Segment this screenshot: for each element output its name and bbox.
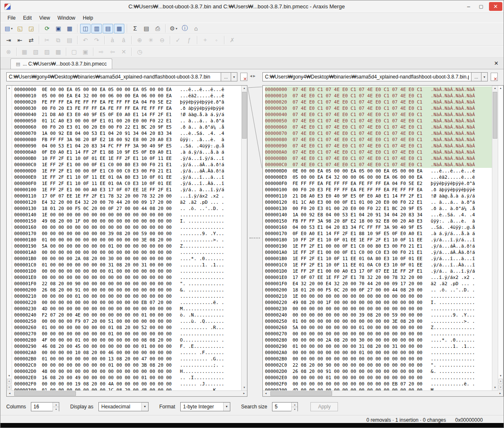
hex-row[interactable]: 00000000 0E 00 00 EA 05 00 00 EA 05 00 0… xyxy=(14,86,241,93)
hex-row[interactable]: 00000270 00 00 00 00 00 00 00 00 00 00 0… xyxy=(265,331,492,337)
accept-right-button[interactable]: ā xyxy=(118,35,129,45)
hex-row[interactable]: 00000100 00 F0 20 E3 FE FF FF EA FE FF F… xyxy=(265,187,492,193)
home-button[interactable]: ⌂ xyxy=(191,24,201,33)
hex-row[interactable]: 000002D0 48 00 00 00 00 00 00 00 00 00 0… xyxy=(14,368,241,375)
hex-row[interactable]: 000002C0 22 08 20 00 90 00 00 00 00 00 0… xyxy=(265,362,492,368)
prev-change-button[interactable]: ∧ xyxy=(7,379,11,384)
save-result-button[interactable]: ⇥ xyxy=(3,35,14,45)
hex-row[interactable]: 000001C0 1E FF 2F E1 10 0F 11 EE 01 0A C… xyxy=(265,262,492,268)
hex-row[interactable]: 00000100 1E FF 2F E1 00 00 A0 E3 17 0F 0… xyxy=(14,187,241,193)
undo-button[interactable]: ↶ xyxy=(80,35,91,45)
new-document-button[interactable]: ▢ xyxy=(69,47,79,57)
hex-row[interactable]: 00000170 0F E0 A0 E1 14 FF 2F E1 88 10 9… xyxy=(265,230,492,237)
minimize-button[interactable]: – xyxy=(462,2,475,11)
tab-close-icon[interactable]: ✕ xyxy=(494,60,499,66)
statistics-button[interactable]: Σ xyxy=(130,24,140,33)
mark-accepted-button[interactable]: ✓ xyxy=(173,35,183,45)
versions-history-button[interactable]: ◷ xyxy=(134,47,145,57)
hex-row[interactable]: 00000010 05 00 00 EA E4 32 00 00 06 00 0… xyxy=(14,93,241,99)
hex-row[interactable]: 00000220 00 00 00 00 00 00 00 00 00 00 0… xyxy=(14,299,241,306)
delete-block-button[interactable]: ✕ xyxy=(118,47,129,57)
copy-button[interactable]: ⧉ xyxy=(53,35,63,45)
hex-row[interactable]: 00000300 01 00 00 00 00 00 00 00 1C 08 2… xyxy=(14,387,241,390)
save-button[interactable]: ▣ xyxy=(53,24,63,33)
hex-row[interactable]: 00000300 4D 00 00 00 00 00 00 00 00 00 0… xyxy=(265,387,492,390)
next-function-button[interactable]: ƒ xyxy=(184,35,194,45)
hex-row[interactable]: 00000290 01 00 00 00 00 00 00 00 31 08 2… xyxy=(265,343,492,349)
copy-to-right-button[interactable]: ⇨ xyxy=(96,47,106,57)
hex-row[interactable]: 00000150 FB FF FF 3A 98 20 8F E2 18 00 9… xyxy=(265,218,492,224)
hex-row[interactable]: 00000260 01 00 00 00 00 00 00 00 01 08 2… xyxy=(14,324,241,331)
hex-row[interactable]: 00000120 E4 32 20 00 E4 32 20 00 70 44 2… xyxy=(14,199,241,205)
prev-change-button[interactable]: ∧ xyxy=(499,379,503,384)
block-compare-2-button[interactable]: ▧ xyxy=(30,47,41,57)
hex-row[interactable]: 000000D0 1E FF 2F E1 00 00 0F E1 C0 00 C… xyxy=(14,168,241,174)
table-view-button[interactable]: ▦ xyxy=(114,24,124,33)
hex-row[interactable]: 000002F0 00 00 00 00 00 00 00 00 00 00 0… xyxy=(265,381,492,387)
options-button[interactable]: ⚙▾ xyxy=(168,24,179,33)
menu-window[interactable]: Window xyxy=(54,14,79,22)
hex-row[interactable]: 000002A0 00 00 00 00 00 00 00 00 01 00 0… xyxy=(265,349,492,356)
launch-tool-button[interactable]: ✗ xyxy=(227,35,237,45)
scroll-up-icon[interactable]: ▲ xyxy=(492,86,498,91)
block-compare-1-button[interactable]: ▦ xyxy=(19,47,30,57)
two-way-layout-button[interactable]: ◫ xyxy=(80,24,91,33)
block-compare-3-button[interactable]: ▨ xyxy=(42,47,52,57)
block-compare-4-button[interactable]: ▩ xyxy=(53,47,63,57)
hex-row[interactable]: 00000160 04 00 53 E1 04 20 83 34 FC FF F… xyxy=(265,224,492,230)
next-change-icon[interactable]: ▼ xyxy=(498,375,503,377)
hex-row[interactable]: 00000210 00 00 00 00 01 00 00 00 00 00 0… xyxy=(14,293,241,299)
hex-row[interactable]: 00000060 00 F0 20 E3 01 00 20 E0 00 F0 2… xyxy=(14,124,241,130)
hex-row-inserted[interactable]: 000000A0 07 4E E0 C1 07 4E E0 C1 07 4E E… xyxy=(265,149,492,155)
hex-row[interactable]: 000002F0 00 00 00 00 19 08 20 00 4A 00 0… xyxy=(14,381,241,387)
left-remove-file-button[interactable]: ✕ xyxy=(240,73,247,81)
stepper-down-icon[interactable]: ▼ xyxy=(53,407,59,411)
scroll-left-icon[interactable]: ◄ xyxy=(263,391,269,396)
hex-row[interactable]: 000001E0 17 0F 07 EE 1E FF 2F E1 78 32 2… xyxy=(265,274,492,281)
hex-row[interactable]: 000002E0 00 00 00 00 01 00 00 00 00 00 0… xyxy=(265,375,492,381)
hex-row[interactable]: 00000130 00 F0 20 E3 01 00 20 E0 00 F0 2… xyxy=(265,205,492,212)
merge-remove-button[interactable]: ⊖ xyxy=(157,35,167,45)
hex-row[interactable]: 00000110 21 D8 A0 E3 E0 40 9F E5 0F E0 A… xyxy=(265,193,492,199)
right-remove-file-button[interactable]: ✕ xyxy=(491,73,498,81)
next-change-icon[interactable]: ▼ xyxy=(7,375,12,377)
menu-view[interactable]: View xyxy=(35,14,54,22)
prev-change-icon[interactable]: ▲ xyxy=(7,87,12,89)
left-horizontal-scrollbar[interactable]: ◄ ► xyxy=(7,390,247,396)
hex-row[interactable]: 00000080 FB FF FF 3A 98 20 8F E2 18 00 9… xyxy=(14,137,241,143)
accept-left-button[interactable]: à xyxy=(107,35,118,45)
stop-comparison-button[interactable]: ⊗ xyxy=(3,47,14,57)
hex-row-inserted[interactable]: 00000030 07 4E E0 C1 07 4E E0 C1 07 4E E… xyxy=(265,105,492,111)
hex-row[interactable]: 000001D0 00 00 00 00 00 00 00 00 01 00 0… xyxy=(14,268,241,274)
apply-button[interactable]: Apply xyxy=(310,402,338,411)
cut-button[interactable]: ✂ xyxy=(42,35,52,45)
text-view-button[interactable]: ▤ xyxy=(103,24,113,33)
hex-row[interactable]: 00000150 49 08 20 00 1F 00 00 00 00 00 0… xyxy=(14,218,241,224)
right-vscroll-thumb[interactable] xyxy=(493,92,497,139)
hex-row[interactable]: 000002B0 00 00 00 00 00 00 00 00 00 00 0… xyxy=(265,356,492,362)
hex-row[interactable]: 00000200 18 01 20 00 F5 0C 20 00 0F 27 0… xyxy=(265,287,492,293)
hex-row-inserted[interactable]: 00000060 07 4E E0 C1 07 4E E0 C1 07 4E E… xyxy=(265,124,492,130)
hex-row[interactable]: 00000050 01 1C A0 E3 00 00 0F E1 01 00 2… xyxy=(14,118,241,124)
merge-left-button[interactable]: ⊕ xyxy=(134,35,145,45)
scroll-down-icon[interactable]: ▼ xyxy=(242,385,247,390)
new-comparison-button[interactable]: ▤▾ xyxy=(3,24,14,33)
three-way-layout-button[interactable]: ▥ xyxy=(91,24,102,33)
hex-row[interactable]: 00000170 00 00 00 00 00 00 00 00 39 08 2… xyxy=(14,230,241,237)
next-change-button[interactable]: ∨ xyxy=(7,385,11,390)
hex-row[interactable]: 000001A0 1E FF 2F E1 00 00 0F E1 C0 00 C… xyxy=(265,249,492,256)
menu-help[interactable]: Help xyxy=(79,14,97,22)
hex-row-inserted[interactable]: 000000B0 07 4E E0 C1 07 4E E0 C1 07 4E E… xyxy=(265,155,492,162)
hex-row[interactable]: 00000290 46 08 20 00 45 00 00 00 00 00 0… xyxy=(14,343,241,349)
left-vertical-scrollbar[interactable]: ▲ ▼ xyxy=(241,86,247,390)
swap-files-button[interactable]: ⇄ xyxy=(26,35,36,45)
redo-button[interactable]: ↷ xyxy=(91,35,102,45)
right-browse-button[interactable]: ... xyxy=(471,72,481,81)
open-file-button[interactable]: ◱ xyxy=(15,24,25,33)
report-button[interactable]: ▤ xyxy=(141,24,151,33)
stepper-up-icon[interactable]: ▲ xyxy=(291,403,297,407)
stepper-down-icon[interactable]: ▼ xyxy=(291,407,297,411)
hex-row-inserted[interactable]: 000000C0 07 4E E0 C1 07 4E E0 C1 07 4E E… xyxy=(265,162,492,168)
hex-row[interactable]: 000000C0 1E FF 2F E1 00 00 0F E1 C0 00 8… xyxy=(14,162,241,168)
hex-row[interactable]: 00000200 26 08 20 00 91 00 00 00 00 00 0… xyxy=(14,287,241,293)
